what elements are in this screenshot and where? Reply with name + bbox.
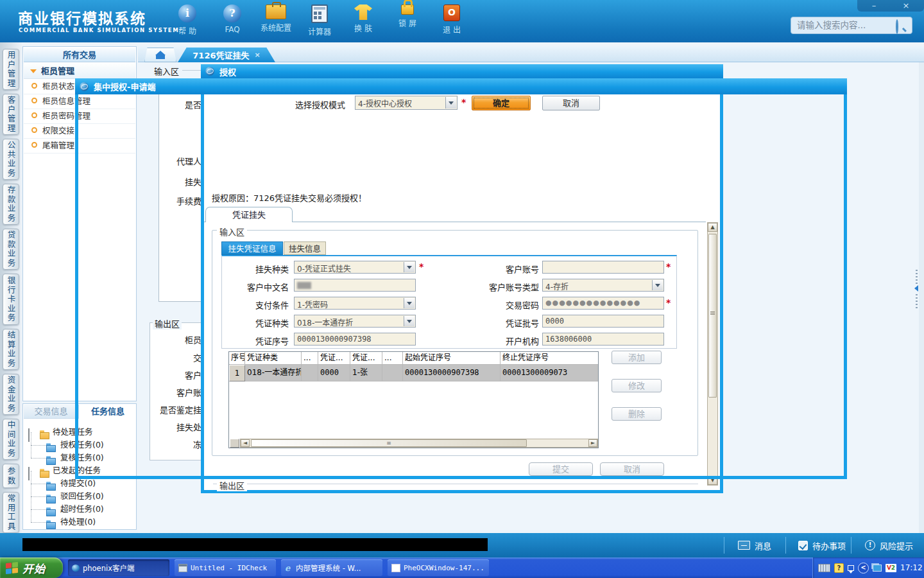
start-button[interactable]: 开始: [0, 557, 63, 578]
grid-hscrollbar[interactable]: ◄ ≡ ►: [240, 439, 598, 448]
serial-input[interactable]: 0000130000907398: [294, 333, 416, 346]
branch-input[interactable]: 1638006000: [542, 333, 664, 346]
tree-node-rejected[interactable]: 驳回任务(0): [46, 490, 56, 502]
module-tab-loan[interactable]: 贷款业务: [3, 229, 19, 270]
pay-cond-select[interactable]: 1-凭密码: [294, 297, 416, 310]
chevron-down-icon[interactable]: [652, 280, 663, 290]
chevron-down-icon[interactable]: [404, 316, 415, 326]
lock-screen-button[interactable]: 锁 屏: [387, 4, 428, 28]
tree-node-to-process[interactable]: 待处理(0): [46, 516, 56, 528]
antivirus-icon[interactable]: V2: [886, 564, 896, 572]
delete-button[interactable]: 删除: [612, 407, 662, 421]
help-button[interactable]: i 帮 助: [167, 4, 208, 36]
grid-header[interactable]: 序号: [229, 352, 245, 365]
module-tab-interm[interactable]: 中间业务: [3, 419, 19, 460]
tab-7126-voucher-loss[interactable]: 7126凭证挂失 ×: [178, 48, 275, 62]
voucher-loss-page-tab[interactable]: 凭证挂失: [205, 207, 293, 222]
module-tab-customer[interactable]: 客户管理: [3, 94, 19, 135]
skin-button[interactable]: 换 肤: [343, 4, 384, 33]
add-button[interactable]: 添加: [612, 351, 662, 364]
search-input[interactable]: 请输入搜索内容...: [791, 17, 912, 34]
tree-toggle-icon[interactable]: [28, 428, 30, 442]
nav-item-perm-handover[interactable]: 权限交接: [24, 123, 135, 139]
tab-transaction-info[interactable]: 交易信息: [24, 405, 79, 419]
module-tab-user[interactable]: 用户管理: [3, 49, 19, 90]
ime-help-icon[interactable]: ?: [834, 563, 844, 573]
scroll-right-icon[interactable]: ►: [588, 439, 597, 447]
grid-cell[interactable]: 0000: [318, 365, 350, 381]
scroll-left-icon[interactable]: ◄: [241, 439, 250, 447]
chevron-down-icon[interactable]: [445, 97, 456, 109]
tree-node-timeout[interactable]: 超时任务(0): [46, 503, 56, 515]
network-icon[interactable]: [873, 565, 882, 572]
chevron-down-icon[interactable]: [404, 262, 415, 272]
account-type-select[interactable]: 4-存折: [542, 279, 664, 292]
module-tab-deposit[interactable]: 存款业务: [3, 184, 19, 225]
modify-button[interactable]: 修改: [612, 379, 662, 392]
scroll-thumb[interactable]: [708, 234, 717, 398]
module-tab-tools[interactable]: 常用工具: [3, 492, 19, 533]
message-button[interactable]: 消息: [738, 533, 771, 557]
nav-item-cashbox[interactable]: 尾箱管理: [24, 138, 135, 153]
tree-node-to-submit[interactable]: 待提交(0): [46, 477, 56, 489]
auth-mode-select[interactable]: 4-授权中心授权: [355, 96, 458, 110]
grid-cell[interactable]: 1-张: [350, 365, 382, 381]
tab-task-info[interactable]: 任务信息: [80, 405, 136, 419]
taskbar-item-pheocx[interactable]: PheOCXWindow-147...: [388, 559, 489, 576]
todo-button[interactable]: 待办事项: [798, 533, 846, 557]
tree-node-auth-tasks[interactable]: 授权任务(0): [46, 439, 56, 451]
home-tab[interactable]: [144, 48, 176, 62]
tree-node-pending-tasks[interactable]: 待处理任务: [28, 426, 39, 438]
tab-close-icon[interactable]: ×: [254, 51, 260, 59]
scroll-thumb[interactable]: ≡: [251, 439, 527, 447]
faq-button[interactable]: ? FAQ: [212, 4, 253, 34]
nav-group-teller[interactable]: 柜员管理: [24, 64, 135, 79]
grid-header[interactable]: 凭证种类: [245, 352, 302, 365]
restore-icon[interactable]: [848, 565, 854, 571]
grid-header[interactable]: 起始凭证序号: [403, 352, 501, 365]
tree-node-initiated-tasks[interactable]: 已发起的任务: [28, 464, 39, 477]
collapse-arrow-icon[interactable]: [914, 285, 918, 292]
module-tab-bankcard[interactable]: 银行卡业务: [3, 274, 19, 325]
grid-row-header[interactable]: 1: [229, 365, 245, 381]
module-tab-settle[interactable]: 结算业务: [3, 329, 19, 370]
taskbar-item-internal-mgmt[interactable]: e 内部管理系统 - W...: [281, 559, 382, 576]
taskbar-item-phoenix[interactable]: phoenix客户端: [68, 559, 169, 576]
grid-header[interactable]: 终止凭证序号: [501, 352, 598, 365]
account-input[interactable]: [542, 261, 664, 274]
language-bar-icon[interactable]: <: [858, 563, 869, 574]
tree-toggle-icon[interactable]: [28, 467, 30, 480]
cancel-button[interactable]: 取消: [542, 96, 600, 110]
tree-node-review-tasks[interactable]: 复核任务(0): [46, 451, 56, 464]
grid-header[interactable]: 凭证...: [318, 352, 350, 365]
exit-button[interactable]: O 退 出: [431, 4, 472, 35]
grid-header[interactable]: ...: [302, 352, 318, 365]
keyboard-icon[interactable]: [818, 564, 830, 572]
scroll-up-icon[interactable]: ▲: [708, 223, 717, 232]
grid-cell[interactable]: 0000130000907398: [403, 365, 501, 381]
nav-item-teller-password[interactable]: 柜员密码管理: [24, 109, 135, 124]
auth-window-titlebar[interactable]: 授权: [201, 64, 723, 78]
submit-button[interactable]: 提交: [529, 462, 593, 476]
chevron-down-icon[interactable]: [404, 298, 415, 308]
batch-input[interactable]: 0000: [542, 315, 664, 328]
module-tab-params[interactable]: 参数: [3, 464, 19, 488]
module-tab-public[interactable]: 公共业务: [3, 139, 19, 180]
search-icon[interactable]: [896, 19, 898, 34]
grid-cell[interactable]: [302, 365, 318, 381]
grid-header[interactable]: 凭证...: [350, 352, 382, 365]
risk-button[interactable]: !风险提示: [865, 533, 913, 557]
tab-loss-info[interactable]: 挂失信息: [284, 241, 326, 255]
taskbar-item-idcheck[interactable]: Untitled - IDCheck: [175, 559, 276, 576]
confirm-button[interactable]: 确定: [472, 96, 531, 110]
auth-vscrollbar[interactable]: ▲ ▼: [707, 222, 718, 486]
form-cancel-button[interactable]: 取消: [600, 462, 664, 476]
grid-header[interactable]: ...: [382, 352, 403, 365]
grid-cell[interactable]: 018-一本通存折: [245, 365, 302, 381]
calculator-button[interactable]: 计算器: [299, 4, 340, 37]
password-input[interactable]: ●●●●●●●●●●●●●●: [542, 297, 664, 310]
outer-window-titlebar[interactable]: 集中授权-申请端: [75, 78, 847, 94]
system-config-button[interactable]: 系统配置: [255, 4, 296, 33]
cust-name-input[interactable]: [294, 279, 416, 292]
tab-loss-voucher-info[interactable]: 挂失凭证信息: [221, 241, 283, 255]
